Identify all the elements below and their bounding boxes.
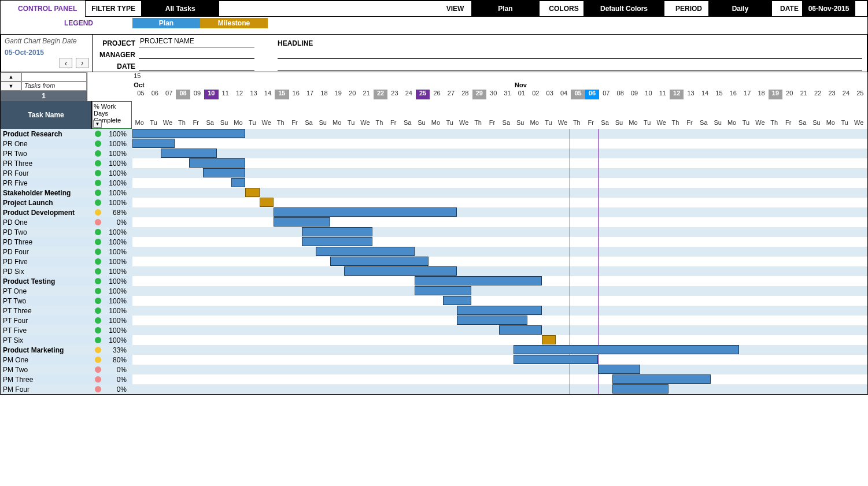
date-label: DATE: [777, 1, 802, 16]
period-value[interactable]: Daily: [708, 1, 772, 16]
weekday-cell: Th: [668, 119, 682, 129]
gantt-bar[interactable]: [415, 276, 542, 285]
day-cell: 20: [782, 90, 796, 99]
milestone-marker[interactable]: [542, 335, 556, 344]
gantt-bar[interactable]: [302, 237, 372, 246]
pct-complete: 80%: [104, 355, 132, 365]
tasks-from-cell[interactable]: [21, 72, 87, 81]
pct-complete: 33%: [104, 345, 132, 355]
gantt-bar[interactable]: [598, 365, 640, 374]
task-row: PD Three 100%: [1, 237, 867, 247]
filter-type-value[interactable]: All Tasks: [141, 1, 219, 16]
pct-complete: 100%: [104, 168, 132, 178]
task-row: PT Three 100%: [1, 306, 867, 316]
gantt-bar[interactable]: [415, 286, 471, 295]
pct-complete-header[interactable]: % Work Days Complete ▼: [92, 101, 132, 129]
gantt-bar[interactable]: [189, 158, 246, 168]
status-indicator: [92, 266, 104, 276]
task-row: PR Five 100%: [1, 178, 867, 188]
headline-input-1[interactable]: [278, 49, 862, 59]
task-name: PR Two: [1, 149, 92, 158]
task-name: PT Four: [1, 316, 92, 325]
gantt-bar[interactable]: [612, 374, 711, 384]
day-cell: 16: [289, 90, 303, 99]
project-date-input[interactable]: [139, 60, 254, 71]
status-indicator: [92, 207, 104, 217]
gantt-bar[interactable]: [132, 139, 175, 148]
task-row: PM Two 0%: [1, 365, 867, 374]
weekday-cell: We: [852, 119, 866, 129]
prev-button[interactable]: ‹: [60, 58, 72, 68]
gantt-bar[interactable]: [443, 296, 471, 305]
day-cell: 28: [458, 90, 472, 99]
gantt-grid-row: [132, 306, 867, 316]
day-cell: 06: [148, 90, 162, 99]
status-indicator: [92, 139, 104, 149]
day-cell: 21: [797, 90, 811, 99]
status-indicator: [92, 365, 104, 374]
task-name: PR Four: [1, 168, 92, 178]
day-cell: 14: [261, 90, 275, 99]
gantt-bar[interactable]: [231, 178, 245, 187]
next-button[interactable]: ›: [76, 58, 88, 68]
gantt-bar[interactable]: [161, 149, 217, 158]
weekday-cell: Tu: [443, 119, 457, 129]
gantt-bar[interactable]: [316, 247, 415, 256]
weekday-cell: Sa: [302, 119, 316, 129]
colors-value[interactable]: Default Colors: [583, 1, 664, 16]
status-indicator: [92, 296, 104, 306]
gantt-begin-date: 05-Oct-2015: [5, 49, 88, 57]
up-button[interactable]: ▲: [1, 72, 21, 81]
view-value[interactable]: Plan: [471, 1, 540, 16]
status-indicator: [92, 374, 104, 384]
gantt-bar[interactable]: [457, 306, 541, 315]
pct-complete: 100%: [104, 188, 132, 198]
gantt-bar[interactable]: [344, 266, 457, 276]
weekday-cell: Sa: [598, 119, 612, 129]
gantt-bar[interactable]: [457, 316, 527, 325]
colors-label: COLORS: [544, 1, 583, 16]
gantt-bar[interactable]: [302, 227, 372, 236]
task-name: PM Four: [1, 384, 92, 394]
weekday-cell: Sa: [697, 119, 711, 129]
tasks-from-index: 1: [1, 91, 87, 101]
weekday-cell: Mo: [626, 119, 640, 129]
weekday-cell: Tu: [739, 119, 753, 129]
gantt-bar[interactable]: [274, 207, 457, 217]
gantt-bar[interactable]: [514, 355, 598, 364]
down-button[interactable]: ▼: [1, 81, 21, 91]
task-row: PR One 100%: [1, 139, 867, 149]
gantt-bar[interactable]: [274, 217, 330, 227]
day-cell: 13: [684, 90, 697, 99]
legend-label: LEGEND: [1, 19, 132, 27]
year-label: 15: [134, 72, 867, 81]
manager-input[interactable]: [139, 49, 254, 59]
milestone-marker[interactable]: [245, 188, 259, 197]
weekday-cell: We: [457, 119, 471, 129]
pct-complete: 100%: [104, 129, 132, 139]
headline-input-2[interactable]: [278, 60, 862, 71]
gantt-bar[interactable]: [330, 257, 429, 266]
day-cell: 01: [515, 90, 529, 99]
gantt-bar[interactable]: [499, 325, 541, 335]
gantt-bar[interactable]: [203, 168, 245, 177]
gantt-bar[interactable]: [514, 345, 739, 354]
weekday-cell: Su: [316, 119, 330, 129]
gantt-bar[interactable]: [612, 384, 669, 394]
task-name: PD Five: [1, 257, 92, 266]
date-value[interactable]: 06-Nov-2015: [802, 1, 855, 16]
milestone-marker[interactable]: [260, 198, 274, 207]
gantt-grid-row: [132, 335, 867, 345]
day-cell: 19: [331, 90, 345, 99]
dropdown-icon[interactable]: ▼: [93, 120, 102, 128]
task-row: PT Five 100%: [1, 325, 867, 335]
task-name: PD One: [1, 217, 92, 227]
weekday-cell: Sa: [400, 119, 414, 129]
period-label: PERIOD: [669, 1, 708, 16]
project-name-value[interactable]: PROJECT NAME: [139, 37, 254, 47]
gantt-grid-row: [132, 168, 867, 178]
task-name: PT One: [1, 286, 92, 296]
day-cell: 11: [656, 90, 670, 99]
pct-complete: 100%: [104, 247, 132, 257]
gantt-bar[interactable]: [132, 129, 245, 138]
